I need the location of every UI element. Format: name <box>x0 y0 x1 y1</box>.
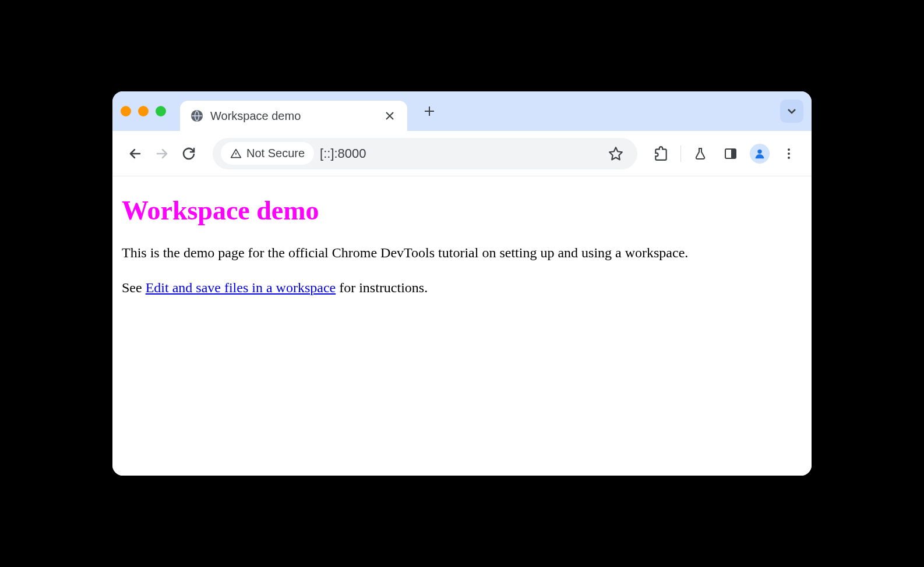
page-content: Workspace demo This is the demo page for… <box>112 176 812 476</box>
tab-title: Workspace demo <box>210 109 376 123</box>
back-button[interactable] <box>124 143 146 165</box>
bookmark-button[interactable] <box>605 143 627 165</box>
address-bar[interactable]: Not Secure [::]:8000 <box>213 138 637 169</box>
tab-close-button[interactable] <box>383 109 397 123</box>
svg-point-4 <box>788 148 790 151</box>
page-heading: Workspace demo <box>122 195 802 226</box>
svg-rect-2 <box>731 149 736 158</box>
menu-button[interactable] <box>778 143 800 165</box>
search-tabs-button[interactable] <box>780 100 803 123</box>
new-tab-button[interactable] <box>419 101 440 122</box>
profile-button[interactable] <box>750 144 770 164</box>
page-paragraph-2: See Edit and save files in a workspace f… <box>122 278 802 298</box>
svg-point-3 <box>757 149 761 153</box>
window-maximize-button[interactable] <box>156 106 166 116</box>
page-paragraph-1: This is the demo page for the official C… <box>122 243 802 263</box>
warning-icon <box>230 148 242 160</box>
paragraph-suffix: for instructions. <box>336 280 428 295</box>
reload-button[interactable] <box>178 143 200 165</box>
browser-window: Workspace demo Not Secure <box>112 91 812 476</box>
extensions-button[interactable] <box>650 143 672 165</box>
title-bar: Workspace demo <box>112 91 812 131</box>
toolbar-right <box>650 143 800 165</box>
toolbar: Not Secure [::]:8000 <box>112 131 812 176</box>
window-controls <box>121 106 166 116</box>
side-panel-button[interactable] <box>720 143 742 165</box>
tutorial-link[interactable]: Edit and save files in a workspace <box>146 280 336 295</box>
window-minimize-button[interactable] <box>138 106 149 116</box>
labs-button[interactable] <box>689 143 711 165</box>
svg-point-6 <box>788 157 790 159</box>
svg-point-5 <box>788 153 790 155</box>
paragraph-prefix: See <box>122 280 146 295</box>
toolbar-divider <box>680 146 681 162</box>
security-chip[interactable]: Not Secure <box>221 142 314 165</box>
url-text: [::]:8000 <box>320 146 599 161</box>
window-close-button[interactable] <box>121 106 131 116</box>
browser-tab[interactable]: Workspace demo <box>180 101 407 131</box>
forward-button[interactable] <box>151 143 173 165</box>
globe-icon <box>191 109 203 122</box>
security-label: Not Secure <box>246 147 305 160</box>
